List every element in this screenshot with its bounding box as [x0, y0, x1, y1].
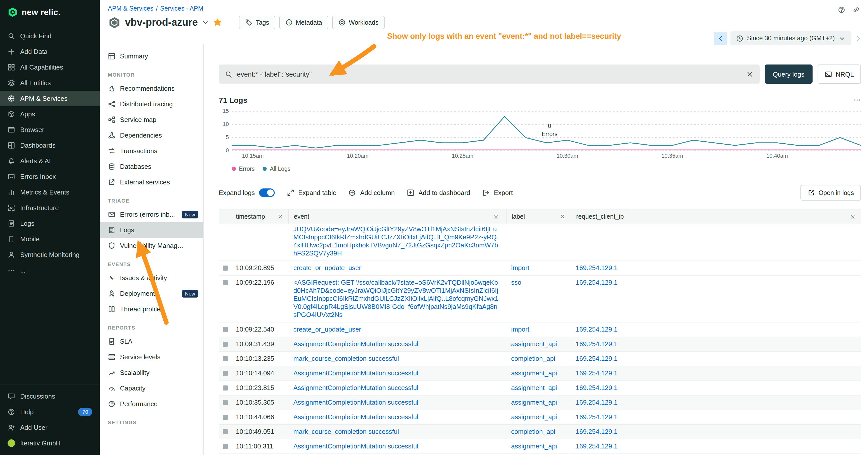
sidebar-item-infrastructure[interactable]: Infrastructure — [0, 200, 100, 216]
add-column-button[interactable]: Add column — [348, 189, 395, 196]
table-row[interactable]: 10:10:35.305AssignmentCompletionMutation… — [219, 395, 861, 410]
label-link[interactable]: assignment_api — [511, 398, 557, 406]
table-row[interactable]: 10:10:44.066AssignmentCompletionMutation… — [219, 410, 861, 425]
ip-link[interactable]: 169.254.129.1 — [576, 398, 618, 406]
event-link[interactable]: create_or_update_user — [293, 264, 361, 271]
row-checkbox[interactable] — [223, 371, 228, 376]
sidebar-item-quick-find[interactable]: Quick Find — [0, 28, 100, 44]
entity-chevron-down-icon[interactable] — [202, 19, 210, 26]
remove-column-icon[interactable] — [559, 214, 565, 220]
subnav-item-transactions[interactable]: Transactions — [100, 143, 203, 159]
subnav-item-scalability[interactable]: Scalability — [100, 365, 203, 381]
ip-link[interactable]: 169.254.129.1 — [576, 264, 618, 271]
metadata-chip[interactable]: Metadata — [279, 15, 328, 29]
subnav-item-vulnerability-management[interactable]: Vulnerability Management — [100, 238, 203, 254]
table-row[interactable]: 10:10:14.094AssignmentCompletionMutation… — [219, 366, 861, 381]
sidebar-item-add-user[interactable]: Add User — [0, 420, 100, 435]
export-button[interactable]: Export — [483, 189, 513, 196]
sidebar-item-all-entities[interactable]: All Entities — [0, 75, 100, 91]
row-checkbox[interactable] — [223, 400, 228, 405]
subnav-item-capacity[interactable]: Capacity — [100, 381, 203, 396]
sidebar-item-add-data[interactable]: Add Data — [0, 44, 100, 60]
table-row[interactable]: 10:09:20.895create_or_update_userimport1… — [219, 261, 861, 275]
table-row[interactable]: 10:10:49.051mark_course_completion succe… — [219, 425, 861, 440]
table-row[interactable]: 10:09:22.196<ASGIRequest: GET '/sso/call… — [219, 275, 861, 323]
event-link[interactable]: mark_course_completion successful — [293, 355, 399, 362]
row-checkbox[interactable] — [223, 356, 228, 361]
row-checkbox[interactable] — [223, 280, 228, 285]
subnav-item-summary[interactable]: Summary — [100, 48, 203, 64]
sidebar-item-more[interactable]: ... — [0, 262, 100, 278]
sidebar-item-iterativ-gmbh[interactable]: Iterativ GmbH — [0, 435, 100, 451]
column-header-timestamp[interactable]: timestamp — [232, 209, 288, 224]
time-picker[interactable]: Since 30 minutes ago (GMT+2) — [731, 31, 851, 45]
help-circle-icon[interactable] — [838, 6, 845, 13]
subnav-item-logs[interactable]: Logs — [100, 222, 203, 238]
ip-link[interactable]: 169.254.129.1 — [576, 384, 618, 391]
sidebar-item-dashboards[interactable]: Dashboards — [0, 137, 100, 153]
legend-item-errors[interactable]: Errors — [232, 166, 255, 172]
event-link[interactable]: AssignmentCompletionMutation successful — [293, 384, 418, 391]
subnav-item-distributed-tracing[interactable]: Distributed tracing — [100, 96, 203, 112]
sidebar-item-mobile[interactable]: Mobile — [0, 231, 100, 247]
expand-table-button[interactable]: Expand table — [286, 189, 337, 196]
label-link[interactable]: assignment_api — [511, 443, 557, 450]
row-checkbox[interactable] — [223, 327, 228, 332]
favorite-star-icon[interactable] — [214, 18, 222, 27]
sidebar-item-apm-services[interactable]: APM & Services — [0, 91, 100, 106]
event-link[interactable]: AssignmentCompletionMutation successful — [293, 369, 418, 377]
time-back-button[interactable] — [714, 32, 727, 45]
row-checkbox[interactable] — [223, 265, 228, 270]
event-link[interactable]: AssignmentCompletionMutation successful — [293, 443, 418, 450]
label-link[interactable]: completion_api — [511, 355, 555, 362]
sidebar-item-help[interactable]: Help70 — [0, 404, 100, 420]
subnav-item-databases[interactable]: Databases — [100, 159, 203, 174]
breadcrumb-services-apm[interactable]: Services - APM — [160, 5, 204, 12]
label-link[interactable]: assignment_api — [511, 340, 557, 348]
sidebar-item-alerts-ai[interactable]: Alerts & AI — [0, 153, 100, 169]
column-header-label[interactable]: label — [506, 209, 570, 224]
query-logs-button[interactable]: Query logs — [765, 65, 812, 84]
subnav-item-recommendations[interactable]: Recommendations — [100, 80, 203, 96]
ip-link[interactable]: 169.254.129.1 — [576, 279, 618, 286]
sidebar-item-logs[interactable]: Logs — [0, 216, 100, 231]
clear-query-icon[interactable] — [746, 70, 753, 78]
table-row[interactable]: 10:09:22.540create_or_update_userimport1… — [219, 323, 861, 337]
subnav-item-external-services[interactable]: External services — [100, 174, 203, 190]
event-link[interactable]: JUQVU&code=eyJraWQiOiJjcGltY29yZV8wOTl1M… — [293, 225, 498, 257]
column-header-request-client-ip[interactable]: request_client_ip — [570, 209, 861, 224]
ip-link[interactable]: 169.254.129.1 — [576, 325, 618, 333]
event-link[interactable]: AssignmentCompletionMutation successful — [293, 398, 418, 406]
add-to-dashboard-button[interactable]: Add to dashboard — [407, 189, 470, 196]
ip-link[interactable]: 169.254.129.1 — [576, 355, 618, 362]
subnav-item-thread-profiler[interactable]: Thread profiler — [100, 301, 203, 317]
label-link[interactable]: assignment_api — [511, 384, 557, 391]
logs-query-input[interactable]: event:* -"label":"security" — [219, 65, 760, 84]
label-link[interactable]: import — [511, 325, 529, 333]
event-link[interactable]: AssignmentCompletionMutation successful — [293, 413, 418, 421]
label-link[interactable]: completion_api — [511, 428, 555, 435]
label-link[interactable]: assignment_api — [511, 413, 557, 421]
table-row[interactable]: 10:09:31.439AssignmentCompletionMutation… — [219, 337, 861, 352]
permalink-icon[interactable] — [852, 6, 860, 13]
remove-column-icon[interactable] — [850, 214, 856, 220]
remove-column-icon[interactable] — [277, 214, 283, 220]
subnav-item-sla[interactable]: SLA — [100, 333, 203, 349]
sidebar-item-errors-inbox[interactable]: Errors Inbox — [0, 169, 100, 185]
toggle-on-icon[interactable] — [259, 189, 275, 197]
subnav-item-errors-errors-inb[interactable]: Errors (errors inb...New — [100, 206, 203, 222]
remove-column-icon[interactable] — [493, 214, 499, 220]
event-link[interactable]: mark_course_completion successful — [293, 428, 399, 435]
open-in-logs-button[interactable]: Open in logs — [801, 185, 861, 200]
sidebar-item-synthetic-monitoring[interactable]: Synthetic Monitoring — [0, 247, 100, 262]
sidebar-item-all-capabilities[interactable]: All Capabilities — [0, 60, 100, 75]
subnav-item-issues-activity[interactable]: Issues & activity — [100, 270, 203, 286]
ip-link[interactable]: 169.254.129.1 — [576, 413, 618, 421]
subnav-item-deployments[interactable]: DeploymentsNew — [100, 286, 203, 301]
tags-chip[interactable]: Tags — [239, 15, 275, 29]
workloads-chip[interactable]: Workloads — [332, 15, 384, 29]
expand-logs-toggle[interactable]: Expand logs — [219, 189, 275, 197]
ip-link[interactable]: 169.254.129.1 — [576, 369, 618, 377]
sidebar-item-discussions[interactable]: Discussions — [0, 389, 100, 404]
sidebar-item-apps[interactable]: Apps — [0, 106, 100, 122]
